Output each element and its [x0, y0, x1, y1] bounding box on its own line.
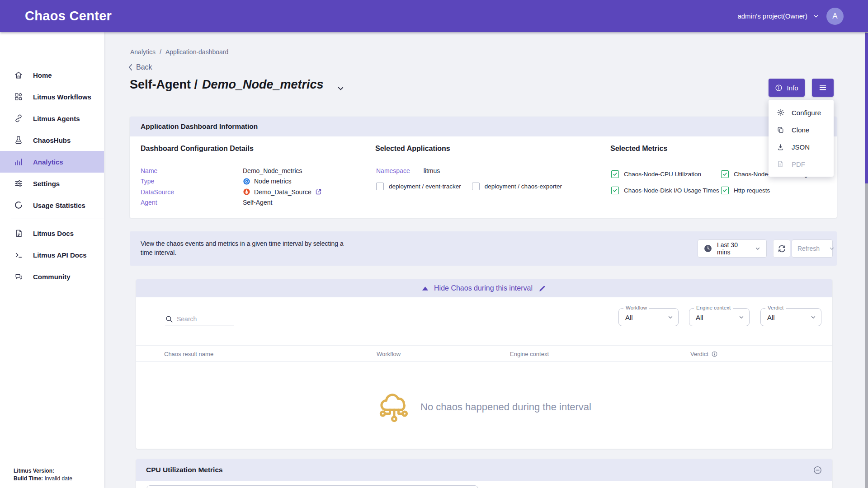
refresh-rate-select[interactable]: Refresh — [792, 239, 833, 258]
checkbox-checked[interactable] — [611, 187, 619, 194]
config-row-type: Type Node metrics — [141, 176, 322, 187]
terminal-icon — [14, 250, 24, 260]
sidebar-item-litmus-workflows[interactable]: Litmus Workflows — [0, 86, 104, 108]
breadcrumb-separator: / — [160, 48, 161, 56]
avatar-initial: A — [832, 12, 837, 21]
sidebar-item-litmus-agents[interactable]: Litmus Agents — [0, 108, 104, 129]
menu-item-pdf[interactable]: PDF — [769, 155, 834, 173]
home-icon — [14, 70, 24, 80]
column-header-workflow: Workflow — [377, 346, 401, 362]
config-label: Type — [141, 178, 243, 185]
checkbox-unchecked[interactable] — [472, 183, 480, 190]
sliders-icon — [14, 178, 24, 188]
breadcrumb-application-dashboard[interactable]: Application-dashboard — [165, 48, 228, 56]
sidebar: Home Litmus Workflows Litmus Agents Chao… — [0, 32, 104, 488]
bar-chart-icon — [14, 157, 24, 167]
chevron-down-icon — [755, 245, 761, 252]
sidebar-item-litmus-api-docs[interactable]: Litmus API Docs — [0, 244, 104, 266]
scrollbar-thumb[interactable] — [865, 33, 868, 183]
sidebar-item-label: Litmus API Docs — [33, 251, 87, 259]
application-dashboard-info-card: Application Dashboard Information Dashbo… — [130, 117, 837, 218]
checkbox-checked[interactable] — [721, 170, 729, 178]
column-header-chaos-result-name: Chaos result name — [164, 346, 213, 362]
sidebar-item-chaoshubs[interactable]: ChaosHubs — [0, 129, 104, 151]
hide-chaos-toggle[interactable]: Hide Chaos during this interval — [136, 279, 832, 297]
sidebar-divider — [11, 219, 104, 219]
top-bar: Chaos Center admin's project(Owner) A — [0, 0, 868, 32]
sidebar-item-settings[interactable]: Settings — [0, 173, 104, 194]
empty-state: No chaos happened during the interval — [136, 390, 832, 424]
pencil-icon[interactable] — [538, 285, 546, 292]
sidebar-item-usage-statistics[interactable]: Usage Statistics — [0, 194, 104, 216]
back-button[interactable]: Back — [128, 63, 152, 71]
copy-icon — [777, 126, 785, 134]
hide-chaos-label: Hide Chaos during this interval — [434, 284, 533, 292]
build-time-value: Invalid date — [43, 475, 72, 482]
version-label: Litmus Version: — [14, 468, 54, 474]
config-label: Name — [141, 167, 243, 174]
checkbox-checked[interactable] — [721, 187, 729, 194]
menu-item-json[interactable]: JSON — [769, 138, 834, 155]
refresh-icon-button[interactable] — [773, 239, 790, 258]
workflows-icon — [14, 92, 24, 102]
search-input[interactable] — [177, 315, 226, 323]
sidebar-item-home[interactable]: Home — [0, 64, 104, 86]
filter-value: All — [696, 314, 703, 321]
empty-message: No chaos happened during the interval — [420, 401, 591, 413]
external-link-icon[interactable] — [315, 188, 322, 195]
application-checkbox-event-tracker: deployment / event-tracker — [376, 183, 461, 190]
chat-bubbles-icon — [14, 272, 24, 282]
sidebar-item-analytics[interactable]: Analytics — [0, 151, 104, 173]
dashboard-menu-dropdown: Configure Clone JSON PDF — [769, 100, 834, 177]
search-field — [165, 313, 234, 325]
chaos-center-app: Chaos Center admin's project(Owner) A Ho… — [0, 0, 868, 488]
menu-item-configure[interactable]: Configure — [769, 104, 834, 121]
time-range-select[interactable]: Last 30 mins — [698, 239, 767, 258]
cpu-section-header: CPU Utilization Metrics — [136, 459, 832, 481]
time-interval-banner: View the chaos events and metrics in a g… — [130, 231, 837, 266]
checkbox-unchecked[interactable] — [376, 183, 384, 190]
usage-circle-icon — [14, 200, 24, 210]
refresh-icon — [777, 244, 787, 253]
title-dashboard-name: Demo_Node_metrics — [202, 78, 324, 92]
avatar[interactable]: A — [826, 8, 844, 25]
verdict-filter-select[interactable]: Verdict All — [760, 308, 821, 326]
breadcrumb-analytics[interactable]: Analytics — [130, 48, 156, 56]
info-circle-icon[interactable] — [711, 351, 718, 357]
collapse-minus-icon[interactable] — [813, 465, 822, 475]
checkbox-checked[interactable] — [611, 170, 619, 178]
selected-applications-section: Selected Applications Namespace litmus d… — [375, 145, 592, 153]
refresh-rate-value: Refresh — [797, 245, 820, 252]
info-icon — [775, 84, 783, 92]
namespace-value: litmus — [424, 167, 440, 174]
config-value: Node metrics — [254, 178, 291, 185]
sidebar-item-community[interactable]: Community — [0, 266, 104, 287]
interval-description: View the chaos events and metrics in a g… — [141, 239, 353, 257]
engine-context-filter-select[interactable]: Engine context All — [689, 308, 750, 326]
gear-icon — [777, 108, 785, 117]
config-row-agent: Agent Self-Agent — [141, 197, 322, 208]
config-row-datasource: DataSource Demo_Data_Source — [141, 187, 322, 197]
column-header-engine-context: Engine context — [510, 346, 549, 362]
filter-label: Verdict — [765, 305, 786, 310]
dashboard-menu-button[interactable] — [812, 79, 834, 97]
checkbox-label: Http requests — [734, 187, 770, 194]
chevron-down-icon — [810, 314, 816, 320]
sidebar-item-litmus-docs[interactable]: Litmus Docs — [0, 222, 104, 244]
namespace-label: Namespace — [376, 167, 410, 174]
workflow-filter-select[interactable]: Workflow All — [618, 308, 679, 326]
download-icon — [777, 143, 785, 151]
chevron-left-icon — [128, 64, 132, 70]
info-button[interactable]: Info — [769, 79, 805, 97]
chaos-interval-card: Hide Chaos during this interval Workflow… — [136, 279, 832, 449]
sidebar-nav: Home Litmus Workflows Litmus Agents Chao… — [0, 64, 104, 287]
file-icon — [777, 160, 785, 168]
metric-checkbox-cpu-utilization: Chaos-Node-CPU Utilization — [611, 170, 721, 178]
sidebar-item-label: Litmus Agents — [33, 115, 80, 122]
menu-item-clone[interactable]: Clone — [769, 121, 834, 138]
app-title: Chaos Center — [25, 9, 112, 23]
project-picker[interactable]: admin's project(Owner) — [737, 12, 819, 20]
chevron-down-icon — [829, 245, 835, 252]
title-chevron-down-icon[interactable] — [336, 84, 345, 93]
info-card-title: Application Dashboard Information — [141, 122, 258, 131]
